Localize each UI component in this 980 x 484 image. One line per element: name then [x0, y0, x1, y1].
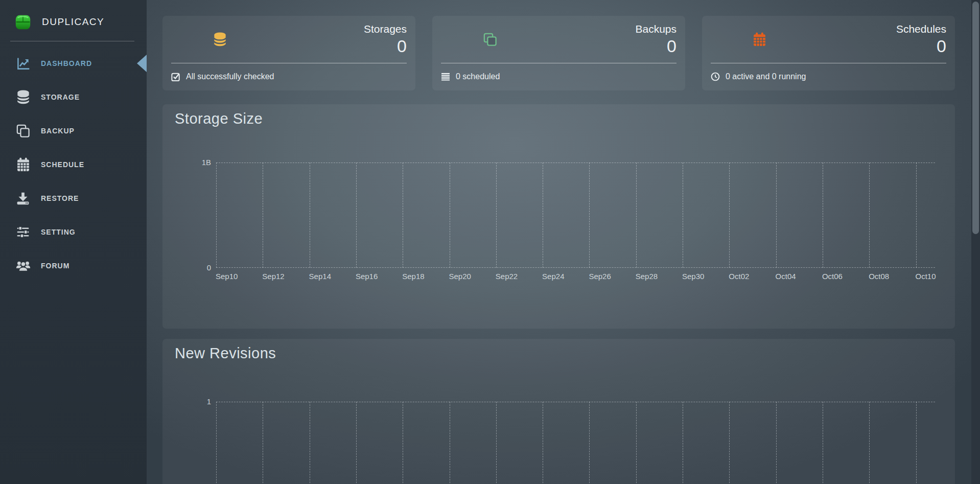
gridline [450, 402, 450, 484]
x-axis-label: Sep12 [262, 272, 284, 281]
gridline [310, 163, 310, 268]
x-axis-label: Sep24 [542, 272, 564, 281]
gridline [496, 163, 497, 268]
gridline [263, 163, 263, 268]
sidebar-item-dashboard[interactable]: DASHBOARD [0, 47, 147, 80]
gridline [496, 402, 497, 484]
new-revisions-title: New Revisions [175, 345, 276, 362]
y-axis-label: 1 [207, 398, 211, 406]
x-axis-label: Sep28 [636, 272, 658, 281]
x-axis-label: Sep20 [449, 272, 471, 281]
gridline [216, 163, 935, 163]
schedules-texts: Schedules0 [817, 23, 955, 56]
gridline [589, 402, 590, 484]
gridline [216, 163, 217, 268]
x-axis-label: Sep14 [309, 272, 331, 281]
gridline [729, 402, 730, 484]
gridline [356, 163, 357, 268]
scrollbar-track[interactable] [971, 0, 980, 484]
gridline [403, 402, 403, 484]
storages-card[interactable]: Storages0All successfully checked [162, 16, 415, 90]
gridline [823, 402, 823, 484]
gridline [916, 163, 917, 268]
sidebar-nav: DASHBOARDSTORAGEBACKUPSCHEDULERESTORESET… [0, 47, 147, 283]
sidebar-item-label: BACKUP [41, 127, 75, 135]
x-axis-label: Oct06 [822, 272, 843, 281]
duplicacy-app: DUPLICACY DASHBOARDSTORAGEBACKUPSCHEDULE… [0, 0, 980, 484]
gridline [543, 402, 543, 484]
card-value: 0 [547, 37, 676, 56]
sidebar-item-label: SETTING [41, 228, 76, 236]
card-status: All successfully checked [162, 63, 415, 90]
card-label: Storages [277, 23, 407, 35]
gridline [869, 402, 870, 484]
x-axis-label: Oct08 [869, 272, 889, 281]
gridline [636, 402, 637, 484]
chart-line-icon [15, 57, 31, 71]
x-axis-label: Oct04 [776, 272, 796, 281]
copy-icon [432, 33, 547, 46]
sidebar-item-label: STORAGE [41, 93, 80, 101]
users-icon [15, 260, 31, 272]
x-axis-label: Oct02 [729, 272, 749, 281]
gridline [216, 267, 935, 268]
sidebar-item-label: RESTORE [41, 194, 79, 202]
summary-cards-row: Storages0All successfully checkedBackups… [162, 16, 955, 90]
gridline [683, 402, 683, 484]
gridline [683, 163, 683, 268]
green-cube-logo-icon [14, 13, 32, 31]
sidebar-item-restore[interactable]: RESTORE [0, 181, 147, 215]
copy-icon [15, 124, 31, 137]
gridline [356, 402, 357, 484]
storage-size-panel: Storage Size 1B 0 Sep10Sep12Sep14Sep16Se… [162, 104, 955, 329]
card-label: Backups [547, 23, 676, 35]
gridline [776, 163, 777, 268]
y-axis-label: 0 [207, 264, 211, 272]
storage-size-title: Storage Size [175, 110, 263, 127]
gridline [729, 163, 730, 268]
download-icon [15, 192, 31, 205]
x-axis-label: Sep26 [589, 272, 611, 281]
scrollbar-thumb[interactable] [972, 2, 979, 234]
card-label: Schedules [817, 23, 946, 35]
clock-icon [711, 72, 720, 81]
gridline [450, 163, 450, 268]
storages-texts: Storages0 [277, 23, 415, 56]
sidebar-item-backup[interactable]: BACKUP [0, 114, 147, 148]
gridline [310, 402, 310, 484]
card-value: 0 [277, 37, 407, 56]
sidebar: DUPLICACY DASHBOARDSTORAGEBACKUPSCHEDULE… [0, 0, 147, 484]
list-icon [441, 73, 450, 81]
logo: DUPLICACY [0, 0, 147, 34]
gridline [263, 402, 263, 484]
gridline [636, 163, 637, 268]
gridline [823, 163, 823, 268]
new-revisions-chart: 1 [216, 402, 935, 484]
database-icon [15, 90, 31, 105]
check-square-icon [171, 72, 180, 81]
backups-card[interactable]: Backups00 scheduled [432, 16, 685, 90]
x-axis-label: Sep10 [216, 272, 238, 281]
storages-card-top: Storages0 [162, 16, 415, 63]
sidebar-item-label: DASHBOARD [41, 59, 92, 67]
schedules-card[interactable]: Schedules00 active and 0 running [702, 16, 955, 90]
card-value: 0 [817, 37, 946, 56]
gridline [403, 163, 403, 268]
app-title: DUPLICACY [42, 16, 104, 28]
main-content: Storages0All successfully checkedBackups… [147, 0, 980, 484]
gridline [869, 163, 870, 268]
database-icon [162, 32, 277, 47]
sidebar-item-schedule[interactable]: SCHEDULE [0, 148, 147, 181]
schedules-card-top: Schedules0 [702, 16, 955, 63]
sidebar-item-forum[interactable]: FORUM [0, 249, 147, 283]
card-status-text: All successfully checked [186, 72, 274, 81]
gridline [216, 402, 935, 402]
calendar-icon [15, 157, 31, 172]
x-axis-label: Sep18 [402, 272, 424, 281]
sidebar-item-storage[interactable]: STORAGE [0, 80, 147, 114]
sidebar-item-setting[interactable]: SETTING [0, 215, 147, 249]
gridline [916, 402, 917, 484]
sidebar-item-label: SCHEDULE [41, 160, 84, 169]
card-status-text: 0 active and 0 running [726, 72, 806, 81]
gridline [776, 402, 777, 484]
